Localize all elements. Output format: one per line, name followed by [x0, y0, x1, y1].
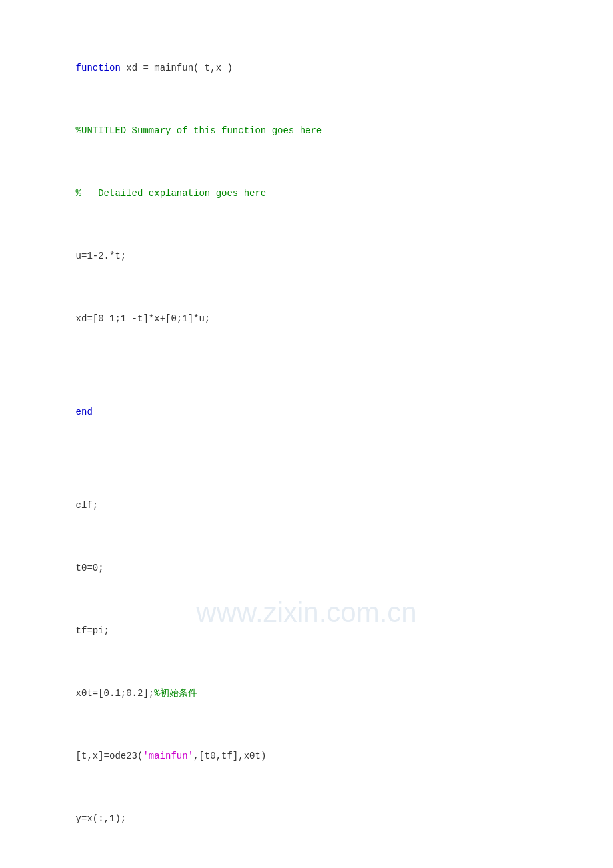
code-line-19: t0=0; [53, 540, 560, 596]
comment-line-5: % Detailed explanation goes here [76, 188, 267, 199]
code-block: function xd = mainfun( t,x ) %UNTITLED S… [53, 40, 560, 868]
code-text-7: u=1-2.*t; [76, 251, 127, 261]
code-text-24b: ,[t0,tf],x0t) [193, 751, 266, 761]
code-line-5: % Detailed explanation goes here [53, 165, 560, 221]
code-line-9: xd=[0 1;1 -t]*x+[0;1]*u; [53, 291, 560, 347]
keyword-function: function [76, 63, 121, 73]
code-line-7: u=1-2.*t; [53, 228, 560, 284]
code-line-23: x0t=[0.1;0.2];%初始条件 [53, 665, 560, 721]
string-24: 'mainfun' [143, 751, 193, 761]
code-text-23a: x0t=[0.1;0.2]; [76, 688, 155, 699]
code-line-17: clf; [53, 477, 560, 533]
code-line-28: Dy=x(:,2); [53, 853, 560, 868]
comment-line-3: %UNTITLED Summary of this function goes … [76, 125, 322, 136]
code-text-9: xd=[0 1;1 -t]*x+[0;1]*u; [76, 313, 211, 324]
code-line-3: %UNTITLED Summary of this function goes … [53, 103, 560, 159]
code-text-17: clf; [76, 500, 99, 511]
code-line-26: y=x(:,1); [53, 791, 560, 847]
keyword-end: end [76, 407, 93, 417]
code-line-13: end [53, 384, 560, 440]
code-text-19: t0=0; [76, 563, 104, 573]
code-text-24a: [t,x]=ode23( [76, 751, 143, 761]
code-text-26: y=x(:,1); [76, 813, 127, 824]
code-line-24: [t,x]=ode23('mainfun',[t0,tf],x0t) [53, 728, 560, 784]
code-text: xd = mainfun( t,x ) [121, 63, 233, 73]
code-text-21: tf=pi; [76, 625, 109, 636]
comment-23b: %初始条件 [154, 688, 197, 699]
code-line-1: function xd = mainfun( t,x ) [53, 40, 560, 96]
code-line-21: tf=pi; [53, 603, 560, 659]
